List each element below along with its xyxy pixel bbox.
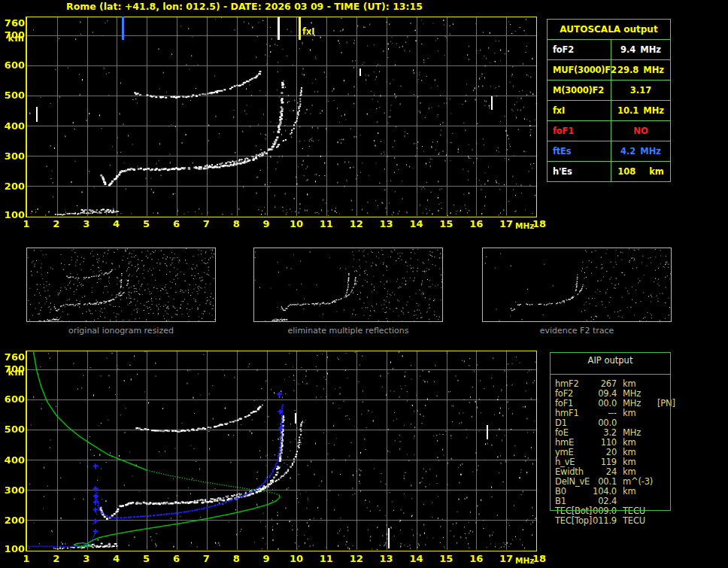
panel-evidence-canvas (483, 248, 671, 321)
foF2-marker-line (278, 17, 280, 40)
autoscala-param-value: NO (611, 121, 670, 141)
aip-table-title: AIP output (550, 356, 671, 366)
value-number: 4.2 (620, 146, 635, 156)
top-ionogram-canvas (27, 17, 536, 216)
y-tick-label: 760 (0, 352, 25, 363)
x-tick-label: 5 (135, 219, 158, 229)
aip-row-TEC[Top]: TEC[Top]011.9TECU (555, 516, 675, 526)
autoscala-param-label: fxI (548, 101, 611, 120)
value-unit: MHz (640, 146, 661, 156)
x-axis-unit-label: MHz (515, 556, 534, 565)
x-tick-label: 11 (315, 219, 338, 229)
autoscala-row-MUF(3000)F2: MUF(3000)F229.8MHz (548, 59, 670, 80)
x-tick-label: 11 (315, 554, 338, 564)
x-tick-label: 1 (15, 219, 38, 229)
panel-eliminate-reflections (253, 248, 443, 322)
x-tick-label: 12 (345, 554, 368, 564)
top-ionogram-plot (26, 17, 537, 217)
autoscala-param-value: 3.17 (611, 80, 670, 100)
x-tick-label: 3 (75, 219, 98, 229)
autoscala-param-label: h'Es (548, 162, 611, 181)
value-unit: MHz (643, 65, 664, 75)
x-tick-label: 7 (195, 554, 217, 564)
value-unit: km (649, 166, 664, 177)
y-tick-label: 300 (0, 151, 25, 162)
bottom-ionogram-canvas (27, 351, 536, 550)
x-tick-label: 13 (375, 554, 398, 564)
y-tick-label: 300 (0, 485, 25, 496)
x-tick-label: 1 (15, 554, 38, 564)
x-tick-label: 6 (165, 219, 187, 229)
panel-original-canvas (27, 248, 215, 321)
x-tick-label: 4 (105, 554, 128, 564)
x-tick-label: 15 (435, 219, 457, 229)
y-tick-label: 600 (0, 394, 25, 405)
autoscala-param-value: 108km (611, 162, 670, 181)
x-tick-label: 7 (195, 219, 217, 229)
y-tick-label: 760 (0, 18, 25, 29)
y-axis-unit-label: km (0, 368, 25, 378)
aip-header-divider (550, 374, 671, 375)
value-number: 29.8 (617, 65, 639, 75)
aip-param-unit: km (623, 409, 657, 418)
fxI-marker-label: fxI (302, 27, 315, 37)
x-tick-label: 6 (165, 554, 187, 564)
station-date-time-title: Rome (lat: +41.8, lon: 012.5) - DATE: 20… (66, 1, 423, 12)
autoscala-param-label: foF2 (548, 40, 611, 59)
x-tick-label: 14 (405, 219, 427, 229)
y-tick-label: 600 (0, 60, 25, 71)
autoscala-table-title: AUTOSCALA output (548, 20, 670, 39)
autoscala-param-value: 29.8MHz (611, 60, 670, 80)
autoscala-row-M(3000)F2: M(3000)F23.17 (548, 80, 670, 100)
y-tick-label: 400 (0, 455, 25, 466)
autoscala-output-screen: Rome (lat: +41.8, lon: 012.5) - DATE: 20… (0, 0, 728, 568)
x-tick-label: 9 (255, 554, 278, 564)
ftEs-marker-line (122, 17, 124, 40)
autoscala-row-h'Es: h'Es108km (548, 161, 670, 181)
x-tick-label: 8 (225, 219, 247, 229)
x-tick-label: 5 (135, 554, 158, 564)
y-tick-label: 400 (0, 121, 25, 132)
x-tick-label: 14 (405, 554, 427, 564)
x-tick-label: 4 (105, 219, 128, 229)
y-tick-label: 200 (0, 515, 25, 526)
autoscala-param-value: 4.2MHz (611, 141, 670, 161)
autoscala-table-rows: foF29.4MHzMUF(3000)F229.8MHzM(3000)F23.1… (548, 39, 670, 181)
aip-table-rows: hmF2267kmfoF209.4MHzfoF100.0MHz[PN]hmF1-… (555, 379, 675, 526)
autoscala-param-value: 9.4MHz (611, 40, 670, 59)
autoscala-row-fxI: fxI10.1MHz (548, 100, 670, 120)
autoscala-row-foF1: foF1NO (548, 120, 670, 141)
panel-evidence-f2 (482, 248, 672, 322)
x-tick-label: 15 (435, 554, 457, 564)
value-number: 108 (617, 166, 635, 177)
y-tick-label: 500 (0, 424, 25, 435)
value-number: 10.1 (617, 105, 639, 116)
autoscala-param-label: M(3000)F2 (548, 80, 611, 100)
autoscala-row-ftEs: ftEs4.2MHz (548, 141, 670, 161)
aip-param-name: TEC[Top] (555, 516, 591, 526)
caption-evidence-f2: evidence F2 trace (482, 326, 672, 336)
autoscala-output-table: AUTOSCALA output foF29.4MHzMUF(3000)F229… (547, 19, 671, 182)
value-unit: MHz (643, 105, 664, 116)
x-tick-label: 16 (465, 219, 487, 229)
y-tick-label: 100 (0, 544, 25, 554)
x-tick-label: 13 (375, 219, 398, 229)
x-tick-label: 17 (495, 219, 517, 229)
caption-eliminate-reflections: eliminate multiple reflections (253, 326, 443, 336)
x-tick-label: 3 (75, 554, 98, 564)
value-number: NO (633, 126, 648, 136)
autoscala-row-foF2: foF29.4MHz (548, 39, 670, 59)
x-tick-label: 17 (495, 554, 517, 564)
x-axis-unit-label: MHz (515, 221, 534, 230)
caption-original-ionogram: original ionogram resized (26, 326, 216, 336)
y-axis-unit-label: km (0, 34, 25, 44)
x-tick-label: 10 (285, 219, 308, 229)
aip-param-note: [PN] (657, 399, 675, 409)
x-tick-label: 2 (45, 219, 68, 229)
value-number: 3.17 (630, 85, 651, 96)
autoscala-param-value: 10.1MHz (611, 101, 670, 120)
x-tick-label: 2 (45, 554, 68, 564)
x-tick-label: 10 (285, 554, 308, 564)
fxI-marker-line (299, 17, 301, 40)
aip-param-value: 011.9 (591, 516, 617, 526)
